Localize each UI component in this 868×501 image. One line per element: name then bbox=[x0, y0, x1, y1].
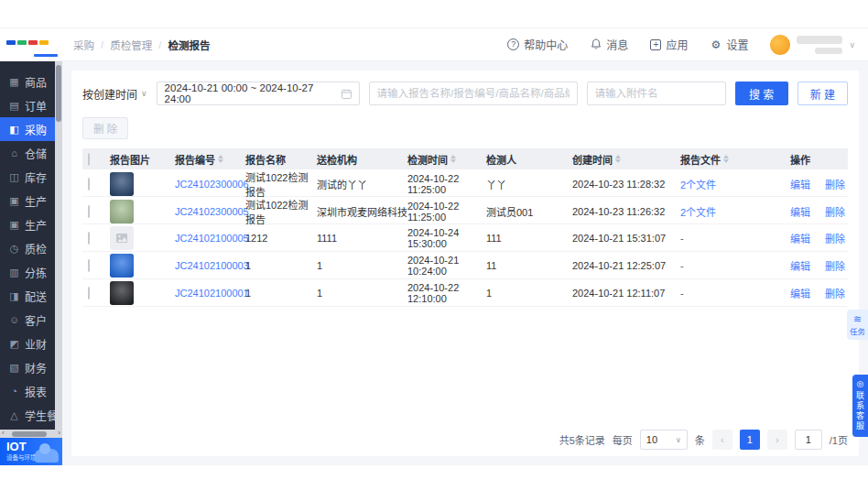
sidebar-item-inventory[interactable]: ◫库存› bbox=[0, 165, 62, 189]
sidebar-item-production-1[interactable]: ▣生产› bbox=[0, 189, 62, 212]
row-checkbox[interactable] bbox=[88, 287, 90, 300]
row-checkbox[interactable] bbox=[88, 205, 90, 218]
org: 1 bbox=[317, 260, 407, 271]
table-row: JC24102100001 1 1 2024-10-22 12:10:00 1 … bbox=[82, 279, 848, 307]
sort-icon[interactable] bbox=[450, 155, 456, 163]
current-page-button[interactable]: 1 bbox=[740, 430, 760, 450]
col-tester[interactable]: 检测人 bbox=[486, 152, 572, 167]
tasks-floating-button[interactable]: ≋ 任务 bbox=[847, 310, 868, 340]
breadcrumb-item[interactable]: 采购 bbox=[73, 38, 94, 52]
user-menu[interactable]: ∨ bbox=[770, 35, 855, 55]
sidebar-item-student-meal[interactable]: △学生餐 bbox=[0, 403, 62, 427]
batch-delete-button[interactable]: 删 除 bbox=[82, 117, 128, 139]
files-link[interactable]: 2个文件 bbox=[680, 180, 716, 191]
sidebar-item-warehouse[interactable]: ⌂仓储› bbox=[0, 141, 62, 165]
messages-button[interactable]: 消息 bbox=[590, 37, 628, 52]
scroll-left-arrow[interactable]: ‹ bbox=[2, 429, 5, 437]
files-empty: - bbox=[680, 233, 790, 244]
scrollbar-thumb[interactable] bbox=[56, 65, 61, 122]
tester: 丫丫 bbox=[486, 177, 572, 191]
sidebar-item-goods[interactable]: ▦商品› bbox=[0, 70, 62, 93]
sidebar-item-reports[interactable]: ◔报表› bbox=[0, 379, 62, 403]
keyword-search-input[interactable] bbox=[369, 82, 578, 105]
customer-service-label: 联系客服 bbox=[854, 391, 866, 431]
col-test-time[interactable]: 检测时间 bbox=[407, 152, 486, 167]
breadcrumb-item[interactable]: 质检管理 bbox=[110, 38, 152, 52]
delete-link[interactable]: 删除 bbox=[825, 204, 845, 219]
time-field-select[interactable]: 按创建时间 ∨ bbox=[82, 86, 147, 102]
report-no-link[interactable]: JC24102100005 bbox=[175, 233, 249, 244]
edit-link[interactable]: 编辑 bbox=[790, 258, 810, 273]
new-report-button[interactable]: 新 建 bbox=[797, 82, 848, 105]
edit-link[interactable]: 编辑 bbox=[790, 177, 810, 191]
edit-link[interactable]: 编辑 bbox=[790, 204, 810, 219]
col-report-image[interactable]: 报告图片 bbox=[110, 152, 175, 167]
row-checkbox[interactable] bbox=[88, 178, 90, 191]
delete-link[interactable]: 删除 bbox=[825, 258, 845, 273]
customer-service-floating-button[interactable]: ◎ 联系客服 bbox=[852, 375, 868, 437]
delete-link[interactable]: 删除 bbox=[825, 231, 845, 245]
report-thumbnail[interactable] bbox=[110, 172, 134, 196]
settings-button[interactable]: ⚙ 设置 bbox=[710, 37, 748, 52]
help-center-button[interactable]: ? 帮助中心 bbox=[507, 37, 568, 52]
page-jump-input[interactable]: 1 bbox=[795, 430, 822, 450]
sort-icon[interactable] bbox=[615, 155, 621, 163]
sidebar-item-orders[interactable]: ▤订单› bbox=[0, 93, 62, 117]
col-created[interactable]: 创建时间 bbox=[572, 152, 680, 167]
row-checkbox[interactable] bbox=[88, 259, 90, 272]
iot-banner[interactable]: IOT 设备与环境 bbox=[0, 438, 62, 465]
report-list-card: 按创建时间 ∨ 2024-10-21 00:00 ~ 2024-10-27 24… bbox=[71, 71, 859, 456]
edit-link[interactable]: 编辑 bbox=[790, 231, 810, 245]
report-thumbnail[interactable] bbox=[110, 254, 134, 278]
delete-link[interactable]: 删除 bbox=[825, 286, 845, 300]
sidebar-item-purchase[interactable]: ◧采购› bbox=[0, 117, 62, 141]
report-thumbnail[interactable] bbox=[110, 281, 134, 305]
col-report-name[interactable]: 报告名称 bbox=[245, 152, 317, 167]
attachment-search-input[interactable] bbox=[587, 82, 726, 105]
sidebar-horizontal-scrollbar[interactable]: ‹ › bbox=[0, 430, 62, 438]
col-org[interactable]: 送检机构 bbox=[317, 152, 407, 167]
col-report-no[interactable]: 报告编号 bbox=[175, 152, 245, 167]
logo-underline bbox=[34, 54, 58, 57]
report-no-link[interactable]: JC24102300006 bbox=[175, 179, 249, 190]
sidebar-item-biz-finance[interactable]: ◩业财› bbox=[0, 332, 62, 355]
files-link[interactable]: 2个文件 bbox=[680, 207, 716, 218]
sidebar-item-customers[interactable]: ☺客户› bbox=[0, 308, 62, 332]
next-page-button[interactable]: › bbox=[767, 430, 787, 450]
row-checkbox[interactable] bbox=[88, 232, 90, 245]
search-button[interactable]: 搜 索 bbox=[735, 82, 788, 105]
sort-icon[interactable] bbox=[218, 155, 223, 163]
sidebar-item-finance[interactable]: ▧财务› bbox=[0, 355, 62, 379]
files-empty: - bbox=[680, 288, 790, 299]
delete-link[interactable]: 删除 bbox=[825, 177, 845, 191]
report-thumbnail[interactable] bbox=[110, 200, 134, 223]
scroll-right-arrow[interactable]: › bbox=[58, 429, 60, 437]
sidebar-item-delivery[interactable]: ◨配送› bbox=[0, 284, 62, 308]
chevron-down-icon: ∨ bbox=[676, 436, 681, 444]
report-no-link[interactable]: JC24102100003 bbox=[175, 260, 249, 271]
col-operations[interactable]: 操作 bbox=[790, 152, 848, 167]
apps-button[interactable]: + 应用 bbox=[650, 37, 688, 52]
col-files[interactable]: 报告文件 bbox=[680, 152, 790, 167]
sidebar-item-qc[interactable]: ◷质检› bbox=[0, 236, 62, 260]
created-time: 2024-10-23 11:26:32 bbox=[572, 206, 680, 217]
sidebar-item-production-2[interactable]: ▣生产› bbox=[0, 212, 62, 236]
breadcrumb: 采购 / 质检管理 / 检测报告 bbox=[73, 38, 210, 52]
report-thumbnail-placeholder[interactable] bbox=[110, 226, 134, 250]
report-no-link[interactable]: JC24102100001 bbox=[175, 288, 249, 299]
scrollbar-thumb[interactable] bbox=[12, 431, 47, 437]
select-all-checkbox[interactable] bbox=[88, 153, 90, 166]
report-name: 1212 bbox=[245, 233, 317, 244]
date-range-input[interactable]: 2024-10-21 00:00 ~ 2024-10-27 24:00 bbox=[157, 82, 360, 105]
sort-icon[interactable] bbox=[723, 155, 729, 163]
calendar-icon bbox=[342, 89, 352, 99]
iot-title: IOT bbox=[6, 441, 37, 452]
production-icon: ▣ bbox=[8, 195, 20, 207]
page-size-select[interactable]: 10 ∨ bbox=[640, 430, 688, 450]
report-no-link[interactable]: JC24102300005 bbox=[175, 206, 249, 217]
edit-link[interactable]: 编辑 bbox=[790, 286, 810, 300]
sidebar-item-sorting[interactable]: ▥分拣› bbox=[0, 260, 62, 284]
sidebar-vertical-scrollbar[interactable] bbox=[55, 61, 62, 430]
sorting-icon: ▥ bbox=[8, 267, 20, 278]
prev-page-button[interactable]: ‹ bbox=[712, 430, 732, 450]
